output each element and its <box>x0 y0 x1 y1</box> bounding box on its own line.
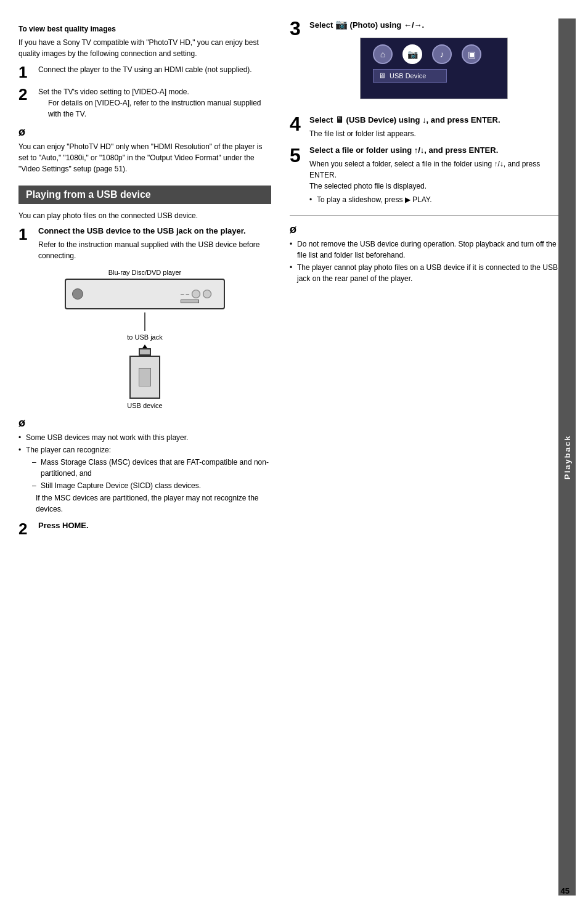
usb-step-1-heading: Connect the USB device to the USB jack o… <box>38 226 271 237</box>
usb-step-num-1: 1 <box>18 226 31 242</box>
quality-body: If you have a Sony TV compatible with "P… <box>18 37 271 59</box>
menu-photo-icon: 📷 <box>402 44 422 64</box>
right-step-4-heading: Select 🖥 (USB Device) using ↓, and press… <box>309 114 558 126</box>
note-block-2: ø Do not remove the USB device during op… <box>290 223 558 284</box>
page-number: 45 <box>561 886 570 896</box>
usb-icon-inline: 🖥 <box>335 115 344 124</box>
photo-label: (Photo) using ←/→. <box>350 20 425 30</box>
menu-icons-row: ⌂ 📷 ♪ ▣ <box>367 44 481 64</box>
select-label-4: Select <box>309 115 335 124</box>
note-item-1: Some USB devices may not work with this … <box>18 432 271 443</box>
diagram-label: Blu-ray Disc/DVD player <box>18 269 271 276</box>
right-step-3-heading: Select 📷 (Photo) using ←/→. <box>309 18 558 31</box>
right-step-5-body2: The selected photo file is displayed. <box>309 181 558 192</box>
slideshow-bullet: To play a slideshow, press ▶ PLAY. <box>309 194 558 205</box>
usb-device-inner <box>139 368 151 386</box>
usb-step-2-heading: Press HOME. <box>38 521 271 531</box>
menu-selected-item: 🖥 USB Device <box>373 69 447 83</box>
note-extra-text: If the MSC devices are partitioned, the … <box>26 492 271 515</box>
menu-music-icon: ♪ <box>432 44 452 64</box>
step-num-1: 1 <box>18 64 31 80</box>
usb-device-box <box>129 356 160 399</box>
player-slot <box>181 300 199 303</box>
photo-icon: 📷 <box>335 19 348 30</box>
note-item-2: The player can recognize: Mass Storage C… <box>18 444 271 515</box>
usb-line-top <box>144 312 145 331</box>
note-list-1: Some USB devices may not work with this … <box>18 432 271 515</box>
right-step-num-4: 4 <box>290 114 302 134</box>
usb-jack-area: to USB jack USB device <box>59 312 231 409</box>
quality-step-1: 1 Connect the player to the TV using an … <box>18 64 271 80</box>
usb-device-step-text: (USB Device) using ↓, and press ENTER. <box>346 115 500 124</box>
usb-step-1: 1 Connect the USB device to the USB jack… <box>18 226 271 261</box>
section-intro: You can play photo files on the connecte… <box>18 210 271 221</box>
right-step-5: 5 Select a file or folder using ↑/↓, and… <box>290 145 558 206</box>
quality-step-2-sub: For details on [VIDEO-A], refer to the i… <box>38 97 271 120</box>
note-icon-2: ø <box>18 417 271 430</box>
right-step-5-bullets: To play a slideshow, press ▶ PLAY. <box>309 194 558 205</box>
right-step-3: 3 Select 📷 (Photo) using ←/→. ⌂ 📷 <box>290 18 558 105</box>
quality-note-text: You can enjoy "PhotoTV HD" only when "HD… <box>18 141 271 174</box>
right-step-5-body1: When you select a folder, select a file … <box>309 158 558 181</box>
player-controls: – – <box>181 290 211 298</box>
menu-screenshot: ⌂ 📷 ♪ ▣ 🖥 USB Device <box>360 38 508 99</box>
usb-connector <box>139 348 151 356</box>
section-box-title: Playing from a USB device <box>26 189 151 200</box>
menu-home-icon: ⌂ <box>373 44 393 64</box>
player-box: – – <box>65 279 225 309</box>
usb-jack-label: to USB jack <box>127 333 162 341</box>
divider-line <box>290 215 558 216</box>
player-disc <box>72 288 83 300</box>
playback-sidebar-tab: Playback <box>558 18 576 896</box>
note-block-1: ø Some USB devices may not work with thi… <box>18 417 271 515</box>
usb-device-label: USB device <box>127 402 162 409</box>
menu-video-icon: ▣ <box>462 44 481 64</box>
note-list-2: Do not remove the USB device during oper… <box>290 239 558 284</box>
usb-device-menu-icon: 🖥 <box>378 71 386 80</box>
usb-step-2: 2 Press HOME. <box>18 521 271 537</box>
usb-device-menu-text: USB Device <box>390 72 426 80</box>
player-circle-2 <box>203 290 211 298</box>
step-num-2: 2 <box>18 86 31 102</box>
note-sub-item-1: Mass Storage Class (MSC) devices that ar… <box>32 457 271 479</box>
usb-step-num-2: 2 <box>18 521 31 537</box>
usb-step-1-body: Refer to the instruction manual supplied… <box>38 239 271 261</box>
right-note-item-2: The player cannot play photo files on a … <box>290 262 558 284</box>
note-sub-list: Mass Storage Class (MSC) devices that ar… <box>32 457 271 491</box>
right-step-5-heading: Select a file or folder using ↑/↓, and p… <box>309 145 558 156</box>
select-label-3: Select <box>309 20 335 30</box>
note-icon-1: ø <box>18 126 271 139</box>
player-circle-1 <box>192 290 200 298</box>
section-box: Playing from a USB device <box>18 186 271 204</box>
quality-section: To view best quality images If you have … <box>18 25 271 174</box>
usb-diagram: Blu-ray Disc/DVD player – – <box>18 269 271 409</box>
quality-step-1-text: Connect the player to the TV using an HD… <box>38 64 271 75</box>
quality-note-block: ø You can enjoy "PhotoTV HD" only when "… <box>18 126 271 174</box>
quality-title: To view best quality images <box>18 25 271 33</box>
right-step-num-5: 5 <box>290 145 302 165</box>
quality-step-2-text: Set the TV's video setting to [VIDEO-A] … <box>38 86 271 97</box>
right-note-item-1: Do not remove the USB device during oper… <box>290 239 558 261</box>
player-diagram: – – to USB jack <box>59 279 231 409</box>
note-sub-item-2: Still Image Capture Device (SICD) class … <box>32 480 271 491</box>
quality-step-2: 2 Set the TV's video setting to [VIDEO-A… <box>18 86 271 120</box>
note-icon-3: ø <box>290 223 558 236</box>
right-step-num-3: 3 <box>290 18 302 38</box>
right-step-4-body: The file list or folder list appears. <box>309 128 558 139</box>
right-step-4: 4 Select 🖥 (USB Device) using ↓, and pre… <box>290 114 558 139</box>
